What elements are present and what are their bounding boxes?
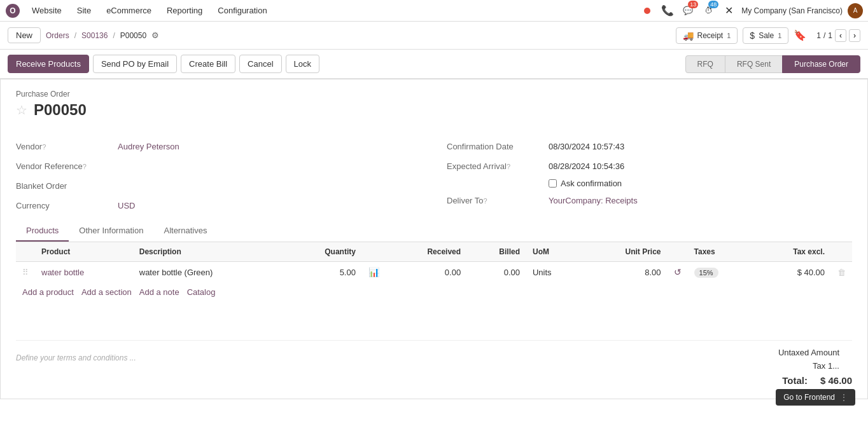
catalog-link[interactable]: Catalog bbox=[187, 287, 216, 297]
logo[interactable]: O bbox=[5, 3, 20, 18]
status-rfq-sent[interactable]: RFQ Sent bbox=[725, 55, 783, 73]
col-unit-price: Unit Price bbox=[582, 242, 667, 262]
ask-confirmation-field: Ask confirmation bbox=[447, 176, 852, 191]
table-row: ⠿ water bottle water bottle (Green) 5.00… bbox=[16, 262, 852, 283]
pagination-current: 1 bbox=[816, 31, 821, 40]
add-product-link[interactable]: Add a product bbox=[22, 287, 74, 297]
product-name[interactable]: water bottle bbox=[41, 268, 84, 277]
create-bill-button[interactable]: Create Bill bbox=[181, 55, 235, 73]
vendor-ref-field: Vendor Reference ? bbox=[16, 156, 421, 176]
breadcrumb-orders[interactable]: Orders bbox=[46, 31, 69, 40]
add-note-link[interactable]: Add a note bbox=[139, 287, 179, 297]
breadcrumb-current: P00050 bbox=[120, 31, 146, 40]
drag-handle-icon[interactable]: ⠿ bbox=[22, 268, 29, 277]
avatar[interactable]: A bbox=[848, 3, 863, 18]
totals-section: Untaxed Amount Tax 1... Total: $ 46.00 bbox=[661, 346, 852, 388]
form-right-col: Confirmation Date 08/30/2024 10:57:43 Ex… bbox=[447, 137, 852, 216]
main-form: Purchase Order ☆ P00050 Vendor ? Audrey … bbox=[0, 79, 868, 399]
currency-value[interactable]: USD bbox=[118, 198, 135, 213]
chart-icon[interactable]: 📊 bbox=[368, 267, 379, 277]
receipt-label: Receipt bbox=[697, 31, 724, 40]
top-navigation: O Website Site eCommerce Reporting Confi… bbox=[0, 0, 868, 22]
goto-frontend-tooltip: Go to Frontend ⋮ bbox=[776, 389, 855, 399]
company-selector[interactable]: My Company (San Francisco) bbox=[741, 6, 843, 15]
status-pipeline: RFQ RFQ Sent Purchase Order bbox=[685, 55, 860, 73]
pagination-total: 1 bbox=[828, 31, 832, 40]
expected-arrival-help-icon[interactable]: ? bbox=[507, 163, 510, 170]
company-name: My Company (San Francisco) bbox=[741, 6, 843, 15]
confirmation-date-field: Confirmation Date 08/30/2024 10:57:43 bbox=[447, 137, 852, 156]
sale-count: 1 bbox=[778, 32, 781, 39]
red-status-dot[interactable] bbox=[640, 3, 655, 18]
nav-reporting[interactable]: Reporting bbox=[163, 6, 206, 15]
terms-section[interactable]: Define your terms and conditions ... bbox=[16, 346, 661, 370]
currency-label: Currency bbox=[16, 198, 118, 213]
currency-field: Currency USD bbox=[16, 196, 421, 216]
star-icon[interactable]: ☆ bbox=[16, 102, 27, 118]
phone-icon[interactable]: 📞 bbox=[660, 3, 675, 18]
sale-label: Sale bbox=[759, 31, 774, 40]
ask-confirmation-label: Ask confirmation bbox=[561, 179, 622, 188]
deliver-to-help-icon[interactable]: ? bbox=[484, 197, 487, 205]
nav-site[interactable]: Site bbox=[73, 6, 95, 15]
product-quantity[interactable]: 5.00 bbox=[340, 268, 356, 277]
expected-arrival-value[interactable]: 08/28/2024 10:54:36 bbox=[549, 159, 624, 174]
doc-type-label: Purchase Order bbox=[16, 90, 852, 99]
tabs: Products Other Information Alternatives bbox=[16, 221, 852, 242]
receipt-icon: 🚚 bbox=[683, 31, 694, 41]
tab-products[interactable]: Products bbox=[16, 221, 69, 242]
col-product: Product bbox=[35, 242, 133, 262]
table-footer-actions: Add a product Add a section Add a note C… bbox=[16, 282, 852, 302]
pagination-next[interactable]: › bbox=[849, 29, 860, 42]
confirmation-date-label: Confirmation Date bbox=[447, 139, 549, 154]
nav-ecommerce[interactable]: eCommerce bbox=[102, 6, 155, 15]
chat-icon[interactable]: 💬 13 bbox=[680, 3, 696, 18]
refresh-icon[interactable]: ↺ bbox=[674, 267, 682, 277]
receipt-button[interactable]: 🚚 Receipt 1 bbox=[676, 27, 738, 44]
gear-icon[interactable]: ⚙ bbox=[151, 31, 159, 40]
col-taxes: Taxes bbox=[688, 242, 753, 262]
blanket-order-field: Blanket Order bbox=[16, 176, 421, 196]
vendor-label: Vendor ? bbox=[16, 139, 118, 154]
breadcrumb-order-ref[interactable]: S00136 bbox=[81, 31, 108, 40]
col-received: Received bbox=[386, 242, 467, 262]
vendor-ref-help-icon[interactable]: ? bbox=[83, 163, 87, 170]
close-icon[interactable]: ✕ bbox=[721, 3, 736, 18]
deliver-to-label: Deliver To ? bbox=[447, 193, 549, 208]
new-button[interactable]: New bbox=[8, 27, 41, 43]
clock-icon[interactable]: ⏱ 48 bbox=[701, 3, 716, 18]
send-po-email-button[interactable]: Send PO by Email bbox=[93, 55, 177, 73]
receipt-count: 1 bbox=[727, 32, 731, 39]
product-uom[interactable]: Units bbox=[533, 268, 552, 277]
vendor-value[interactable]: Audrey Peterson bbox=[118, 139, 179, 154]
col-billed: Billed bbox=[467, 242, 526, 262]
status-rfq[interactable]: RFQ bbox=[685, 55, 725, 73]
bookmark-button[interactable]: 🔖 bbox=[794, 29, 806, 41]
untaxed-label: Untaxed Amount bbox=[778, 348, 839, 357]
product-taxes[interactable]: 15% bbox=[694, 268, 718, 278]
lock-button[interactable]: Lock bbox=[286, 55, 319, 73]
vendor-ref-label: Vendor Reference ? bbox=[16, 159, 118, 174]
deliver-to-value[interactable]: YourCompany: Receipts bbox=[549, 193, 638, 208]
status-purchase-order[interactable]: Purchase Order bbox=[782, 55, 860, 73]
sale-button[interactable]: $ Sale 1 bbox=[743, 27, 788, 44]
goto-more-icon[interactable]: ⋮ bbox=[840, 393, 848, 399]
nav-website[interactable]: Website bbox=[28, 6, 66, 15]
goto-frontend-label[interactable]: Go to Frontend bbox=[783, 393, 835, 399]
pagination-sep: / bbox=[823, 31, 825, 40]
vendor-help-icon[interactable]: ? bbox=[42, 143, 46, 151]
add-section-link[interactable]: Add a section bbox=[81, 287, 132, 297]
tab-alternatives[interactable]: Alternatives bbox=[153, 221, 217, 242]
col-description: Description bbox=[133, 242, 285, 262]
chat-badge: 13 bbox=[688, 1, 698, 8]
expected-arrival-label: Expected Arrival ? bbox=[447, 159, 549, 174]
nav-configuration[interactable]: Configuration bbox=[214, 6, 270, 15]
product-unit-price[interactable]: 8.00 bbox=[645, 268, 661, 277]
ask-confirmation-checkbox[interactable] bbox=[549, 179, 557, 188]
cancel-button[interactable]: Cancel bbox=[239, 55, 281, 73]
pagination-prev[interactable]: ‹ bbox=[835, 29, 846, 42]
delete-row-icon[interactable]: 🗑 bbox=[837, 268, 846, 277]
tab-other-information[interactable]: Other Information bbox=[69, 221, 153, 242]
svg-text:O: O bbox=[10, 6, 15, 15]
receive-products-button[interactable]: Receive Products bbox=[8, 55, 89, 73]
